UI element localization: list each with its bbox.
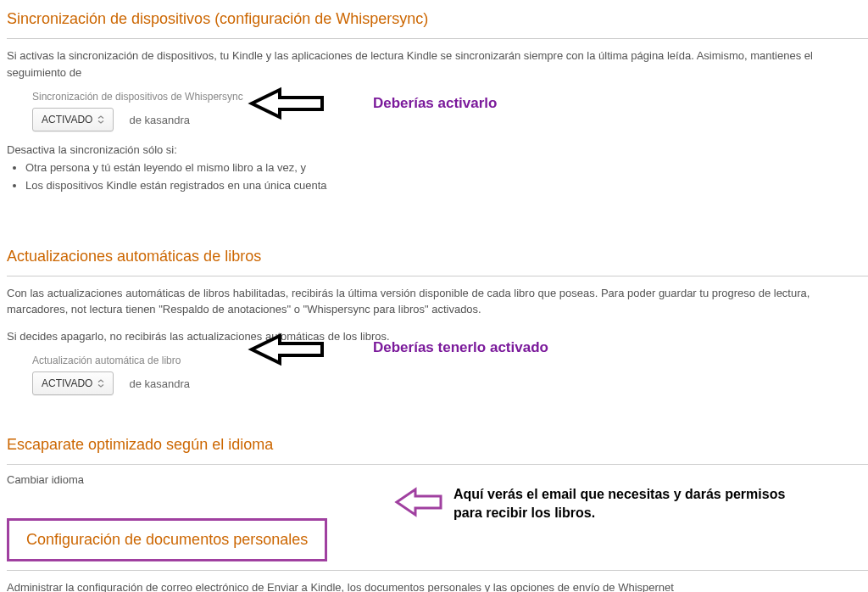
auto-updates-owner: de kasandra	[129, 377, 190, 390]
annotation-2: Deberías tenerlo activado	[373, 339, 548, 356]
divider	[7, 38, 868, 39]
auto-updates-field-label: Actualización automática de libro	[32, 355, 868, 366]
sync-dropdown[interactable]: ACTIVADO	[32, 108, 114, 131]
sync-dropdown-value: ACTIVADO	[42, 114, 92, 126]
personal-docs-desc: Administrar la configuración de correo e…	[7, 579, 868, 592]
auto-updates-desc1: Con las actualizaciones automáticas de l…	[7, 285, 868, 318]
arrow-left-purple-icon	[390, 485, 445, 519]
divider	[7, 570, 868, 571]
divider	[7, 276, 868, 276]
auto-updates-dropdown-value: ACTIVADO	[42, 377, 92, 389]
personal-docs-title[interactable]: Configuración de documentos personales	[26, 531, 308, 549]
sync-owner: de kasandra	[129, 114, 190, 126]
arrow-left-icon	[242, 331, 326, 369]
storefront-title: Escaparate optimizado según el idioma	[7, 436, 868, 454]
chevron-updown-icon	[97, 115, 104, 124]
sync-devices-title: Sincronización de dispositivos (configur…	[7, 10, 868, 28]
sync-desc: Si activas la sincronización de disposit…	[7, 47, 868, 81]
personal-docs-box: Configuración de documentos personales	[7, 518, 327, 561]
annotation-1: Deberías activarlo	[373, 95, 497, 112]
sync-list-intro: Desactiva la sincronización sólo si:	[7, 143, 868, 156]
auto-updates-dropdown[interactable]: ACTIVADO	[32, 371, 114, 395]
change-language-link[interactable]: Cambiar idioma	[7, 473, 868, 486]
arrow-left-icon	[242, 85, 326, 123]
annotation-3: Aquí verás el email que necesitas y dará…	[453, 485, 793, 522]
auto-updates-title: Actualizaciones automáticas de libros	[7, 248, 868, 265]
sync-bullet-1: Otra persona y tú están leyendo el mismo…	[25, 159, 868, 177]
sync-bullets: Otra persona y tú están leyendo el mismo…	[25, 159, 868, 195]
divider	[7, 464, 868, 465]
sync-bullet-2: Los dispositivos Kindle están registrado…	[25, 177, 868, 195]
chevron-updown-icon	[97, 379, 104, 388]
